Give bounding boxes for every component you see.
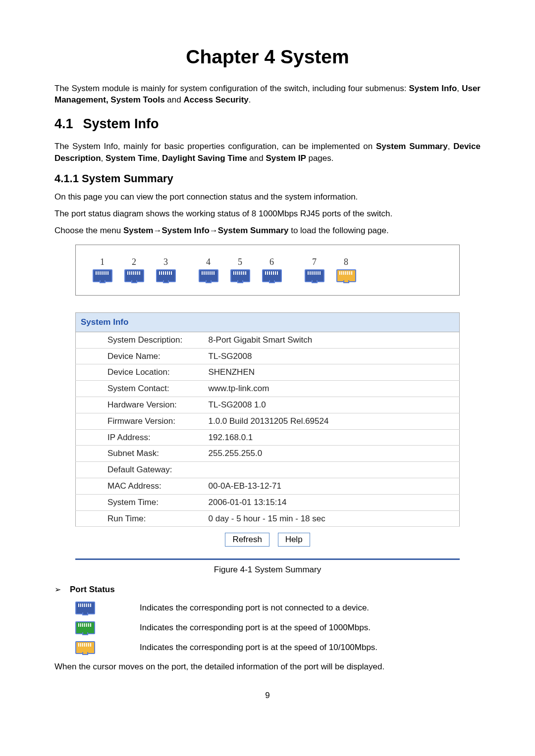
port-7[interactable]: 7: [301, 256, 328, 282]
legend-row-1000: Indicates the corresponding port is at t…: [75, 621, 481, 634]
sysinfo-label: Device Location:: [76, 364, 205, 381]
table-row: IP Address:192.168.0.1: [76, 429, 460, 446]
section-4-1-heading: 4.1System Info: [54, 115, 481, 134]
sysinfo-label: IP Address:: [76, 429, 205, 446]
intro-tail: .: [249, 95, 251, 104]
sysinfo-value: 00-0A-EB-13-12-71: [205, 478, 460, 494]
port-number: 8: [344, 256, 348, 268]
port-icon: [124, 269, 144, 282]
sec41-s2: ,: [101, 153, 106, 163]
sec411-p3-b2: System Info: [161, 226, 209, 235]
table-row: Subnet Mask:255.255.255.0: [76, 446, 460, 462]
sysinfo-value: 1.0.0 Build 20131205 Rel.69524: [205, 413, 460, 429]
port-status-heading: ➢ Port Status: [54, 584, 481, 596]
ports-panel: 1 2 3 4 5 6 7 8: [75, 245, 460, 296]
port-6[interactable]: 6: [258, 256, 285, 282]
port-4[interactable]: 4: [195, 256, 222, 282]
port-5[interactable]: 5: [226, 256, 254, 282]
sysinfo-value: 8-Port Gigabit Smart Switch: [205, 332, 460, 348]
sysinfo-label: Firmware Version:: [76, 413, 205, 429]
port-icon-10-100mbps: [75, 641, 95, 654]
intro-bold-3: Access Security: [183, 95, 248, 104]
sec41-s3: ,: [158, 153, 162, 163]
sysinfo-value: TL-SG2008: [205, 348, 460, 364]
port-number: 3: [163, 256, 168, 268]
intro-paragraph: The System module is mainly for system c…: [54, 83, 481, 106]
intro-text: The System module is mainly for system c…: [54, 84, 409, 93]
intro-sep-2: and: [165, 95, 184, 104]
sysinfo-value: TL-SG2008 1.0: [205, 397, 460, 413]
table-row: Run Time:0 day - 5 hour - 15 min - 18 se…: [76, 510, 460, 527]
sysinfo-label: System Description:: [76, 332, 205, 348]
sec41-s1: ,: [448, 142, 453, 151]
sysinfo-label: Run Time:: [76, 510, 205, 527]
page-number: 9: [54, 690, 481, 702]
section-4-1-1-heading: 4.1.1 System Summary: [54, 171, 481, 187]
port-8[interactable]: 8: [332, 256, 360, 282]
sec411-p3-b1: System: [123, 226, 153, 235]
table-row: System Time:2006-01-01 13:15:14: [76, 494, 460, 510]
sec411-p2: The port status diagram shows the workin…: [54, 208, 481, 220]
sysinfo-value: 255.255.255.0: [205, 446, 460, 462]
sysinfo-label: System Time:: [76, 494, 205, 510]
system-info-table: System Info System Description:8-Port Gi…: [75, 312, 460, 527]
port-2[interactable]: 2: [120, 256, 148, 282]
legend-row-100: Indicates the corresponding port is at t…: [75, 641, 481, 654]
sec411-p3-b3: System Summary: [218, 226, 289, 235]
port-number: 7: [312, 256, 317, 268]
sec41-b1: System Summary: [376, 142, 448, 151]
port-icon: [336, 269, 356, 282]
sec41-b5: System IP: [266, 153, 306, 163]
sec411-p3: Choose the menu System→System Info→Syste…: [54, 225, 481, 237]
port-icon: [199, 269, 218, 282]
sec41-paragraph: The System Info, mainly for basic proper…: [54, 141, 481, 164]
port-number: 6: [269, 256, 274, 268]
sec411-p3-a1: →: [153, 226, 161, 235]
table-row: System Description:8-Port Gigabit Smart …: [76, 332, 460, 348]
table-row: Default Gateway:: [76, 462, 460, 478]
intro-sep-1: ,: [457, 84, 462, 93]
section-title: System Info: [83, 116, 159, 131]
help-button[interactable]: Help: [278, 533, 310, 547]
port-3[interactable]: 3: [152, 256, 179, 282]
table-row: Firmware Version:1.0.0 Build 20131205 Re…: [76, 413, 460, 429]
sysinfo-header: System Info: [76, 312, 460, 332]
sysinfo-value: [205, 462, 460, 478]
sec41-b3: System Time: [106, 153, 158, 163]
sec41-tail: pages.: [306, 153, 334, 163]
port-icon-1000mbps: [75, 621, 95, 634]
chapter-title: Chapter 4 System: [54, 44, 481, 71]
table-row: System Contact:www.tp-link.com: [76, 381, 460, 397]
sysinfo-value: 0 day - 5 hour - 15 min - 18 sec: [205, 510, 460, 527]
port-status-label: Port Status: [70, 584, 115, 596]
sec41-b4: Daylight Saving Time: [162, 153, 247, 163]
table-row: MAC Address:00-0A-EB-13-12-71: [76, 478, 460, 494]
section-num: 4.1: [54, 115, 73, 134]
intro-bold-1: System Info: [409, 84, 457, 93]
sec41-s4: and: [247, 153, 266, 163]
sysinfo-value: SHENZHEN: [205, 364, 460, 381]
table-row: Hardware Version:TL-SG2008 1.0: [76, 397, 460, 413]
sysinfo-value: www.tp-link.com: [205, 381, 460, 397]
port-1[interactable]: 1: [89, 256, 116, 282]
sec411-p3-a2: →: [210, 226, 218, 235]
sysinfo-value: 192.168.0.1: [205, 429, 460, 446]
sysinfo-label: MAC Address:: [76, 478, 205, 494]
port-icon: [156, 269, 176, 282]
port-icon-disconnected: [75, 602, 95, 614]
figure-wrap: 1 2 3 4 5 6 7 8: [75, 245, 460, 556]
port-number: 4: [206, 256, 211, 268]
refresh-button[interactable]: Refresh: [225, 533, 269, 547]
sec411-p3-tail: to load the following page.: [288, 226, 388, 235]
port-icon: [230, 269, 250, 282]
figure-caption: Figure 4-1 System Summary: [75, 558, 460, 576]
table-row: Device Name:TL-SG2008: [76, 348, 460, 364]
sec41-text-leading: The System Info, mainly for basic proper…: [54, 142, 376, 151]
sysinfo-label: Hardware Version:: [76, 397, 205, 413]
legend-row-disconnected: Indicates the corresponding port is not …: [75, 602, 481, 614]
sysinfo-label: System Contact:: [76, 381, 205, 397]
sysinfo-label: Device Name:: [76, 348, 205, 364]
sec411-p1: On this page you can view the port conne…: [54, 191, 481, 203]
legend-text: Indicates the corresponding port is not …: [140, 602, 369, 614]
legend-text: Indicates the corresponding port is at t…: [140, 642, 377, 654]
